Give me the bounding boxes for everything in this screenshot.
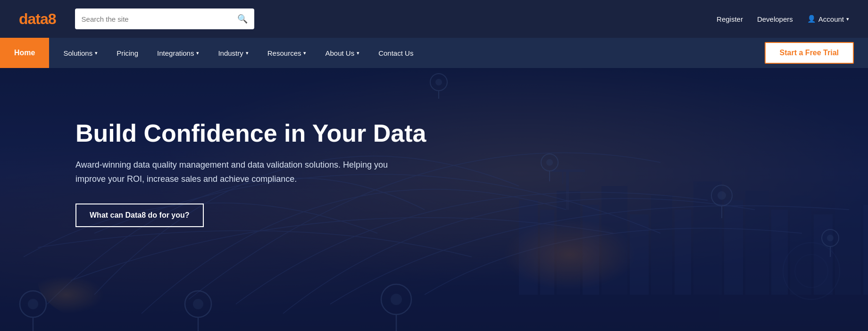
hero-section: Build Confidence in Your Data Award-winn… [0, 68, 868, 331]
about-us-chevron-icon: ▾ [357, 50, 359, 56]
solutions-nav-item[interactable]: Solutions ▾ [54, 38, 107, 68]
account-label: Account [818, 15, 844, 23]
integrations-label: Integrations [157, 49, 194, 57]
contact-us-label: Contact Us [378, 49, 413, 57]
about-us-nav-item[interactable]: About Us ▾ [316, 38, 369, 68]
search-icon: 🔍 [237, 14, 248, 24]
hero-cta-button[interactable]: What can Data8 do for you? [75, 204, 204, 227]
account-link[interactable]: 👤 Account ▾ [807, 15, 849, 23]
search-button[interactable]: 🔍 [231, 14, 254, 24]
integrations-chevron-icon: ▾ [196, 50, 199, 56]
nav-bar: Home Solutions ▾ Pricing Integrations ▾ … [0, 38, 868, 68]
resources-label: Resources [267, 49, 301, 57]
solutions-label: Solutions [63, 49, 92, 57]
industry-chevron-icon: ▾ [246, 50, 249, 56]
resources-nav-item[interactable]: Resources ▾ [258, 38, 316, 68]
top-bar: data8 🔍 Register Developers 👤 Account ▾ [0, 0, 868, 38]
home-nav-item[interactable]: Home [0, 38, 49, 68]
industry-nav-item[interactable]: Industry ▾ [209, 38, 258, 68]
about-us-label: About Us [325, 49, 354, 57]
top-right-nav: Register Developers 👤 Account ▾ [717, 15, 849, 23]
free-trial-button[interactable]: Start a Free Trial [765, 42, 854, 64]
logo-text2: 8 [48, 10, 56, 27]
account-chevron-icon: ▾ [846, 16, 849, 22]
hero-subtitle: Award-winning data quality management an… [75, 158, 396, 186]
search-box[interactable]: 🔍 [75, 8, 254, 29]
industry-label: Industry [218, 49, 243, 57]
solutions-chevron-icon: ▾ [95, 50, 98, 56]
hero-title: Build Confidence in Your Data [75, 120, 426, 147]
logo-text1: data [19, 10, 48, 27]
pricing-nav-item[interactable]: Pricing [107, 38, 148, 68]
nav-links: Solutions ▾ Pricing Integrations ▾ Indus… [49, 38, 764, 68]
search-input[interactable] [75, 15, 231, 23]
pricing-label: Pricing [117, 49, 138, 57]
hero-content: Build Confidence in Your Data Award-winn… [75, 120, 426, 227]
contact-us-nav-item[interactable]: Contact Us [369, 38, 423, 68]
developers-link[interactable]: Developers [757, 15, 793, 23]
logo: data8 [19, 10, 56, 28]
register-link[interactable]: Register [717, 15, 743, 23]
user-icon: 👤 [807, 15, 816, 23]
integrations-nav-item[interactable]: Integrations ▾ [148, 38, 209, 68]
resources-chevron-icon: ▾ [303, 50, 306, 56]
